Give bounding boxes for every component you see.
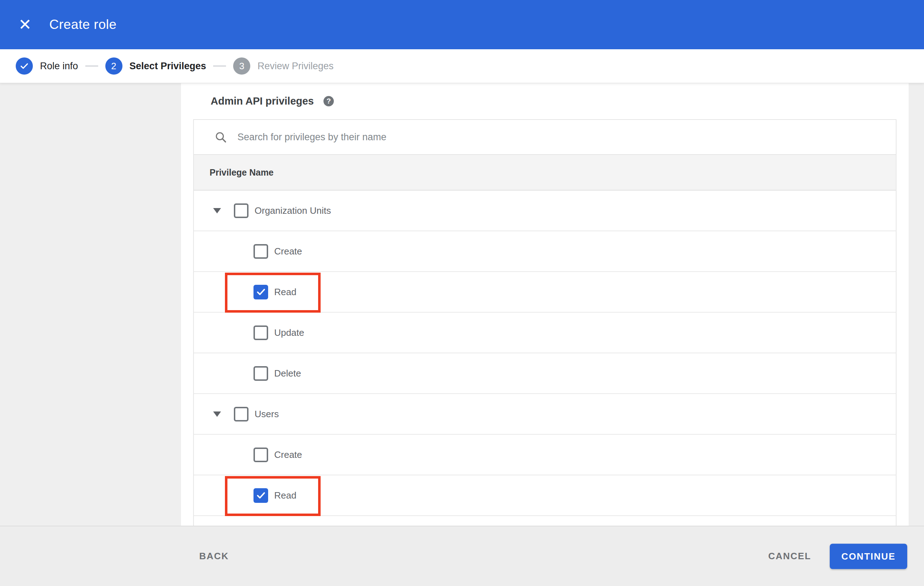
step-label: Select Privileges bbox=[130, 61, 206, 72]
privilege-label: Create bbox=[274, 246, 302, 257]
step-check-icon bbox=[16, 58, 33, 74]
back-button[interactable]: BACK bbox=[199, 527, 229, 586]
privilege-label: Read bbox=[274, 286, 296, 298]
privilege-checkbox[interactable] bbox=[254, 244, 268, 259]
privilege-row: Read bbox=[194, 272, 896, 313]
highlight-box bbox=[225, 476, 321, 516]
table-header-row: Privilege Name bbox=[194, 155, 896, 191]
search-icon bbox=[214, 131, 227, 143]
cancel-button[interactable]: CANCEL bbox=[768, 527, 811, 586]
step-select-privileges[interactable]: 2 Select Privileges bbox=[105, 58, 206, 74]
step-number: 2 bbox=[105, 58, 122, 74]
column-header-privilege-name: Privilege Name bbox=[210, 167, 274, 178]
group-label: Users bbox=[254, 409, 279, 420]
privilege-checkbox[interactable] bbox=[254, 448, 268, 462]
search-row bbox=[194, 120, 896, 155]
group-checkbox[interactable] bbox=[234, 203, 249, 218]
footer-bar: BACK CANCEL CONTINUE bbox=[0, 526, 924, 586]
step-role-info[interactable]: Role info bbox=[16, 58, 78, 74]
privilege-row: Create bbox=[194, 231, 896, 272]
privilege-label: Update bbox=[274, 327, 304, 338]
privilege-checkbox[interactable] bbox=[254, 488, 268, 503]
content-card: Admin API privileges ? Privilege Name bbox=[181, 83, 909, 526]
collapse-arrow-icon[interactable] bbox=[213, 208, 221, 213]
search-input[interactable] bbox=[237, 131, 774, 143]
step-number: 3 bbox=[233, 58, 250, 74]
privilege-group-row: Users bbox=[194, 394, 896, 435]
privilege-checkbox[interactable] bbox=[254, 366, 268, 381]
app-bar: ✕ Create role bbox=[0, 0, 924, 49]
step-connector bbox=[213, 65, 226, 67]
privilege-row: Read bbox=[194, 476, 896, 516]
privilege-row: Create bbox=[194, 435, 896, 476]
close-icon[interactable]: ✕ bbox=[17, 17, 33, 33]
dialog-title: Create role bbox=[49, 17, 117, 32]
privilege-checkbox[interactable] bbox=[254, 326, 268, 340]
section-title: Admin API privileges bbox=[211, 95, 314, 107]
privilege-label: Read bbox=[274, 490, 296, 501]
highlight-box bbox=[225, 273, 321, 313]
privilege-label: Create bbox=[274, 449, 302, 460]
privilege-group-row: Organization Units bbox=[194, 191, 896, 231]
step-connector bbox=[85, 65, 98, 67]
privileges-table: Privilege Name Organization Units Create bbox=[193, 119, 896, 530]
step-review-privileges[interactable]: 3 Review Privileges bbox=[233, 58, 333, 74]
step-label: Role info bbox=[40, 61, 78, 72]
stepper: Role info 2 Select Privileges 3 Review P… bbox=[0, 49, 924, 83]
group-checkbox[interactable] bbox=[234, 407, 249, 421]
continue-button[interactable]: CONTINUE bbox=[830, 543, 907, 569]
step-label: Review Privileges bbox=[257, 61, 333, 72]
privilege-label: Delete bbox=[274, 368, 301, 379]
create-role-dialog: ✕ Create role Role info 2 Select Privile… bbox=[0, 0, 924, 586]
privilege-row: Update bbox=[194, 313, 896, 353]
group-label: Organization Units bbox=[254, 205, 331, 216]
collapse-arrow-icon[interactable] bbox=[213, 412, 221, 417]
privilege-row: Delete bbox=[194, 353, 896, 394]
privilege-checkbox[interactable] bbox=[254, 285, 268, 300]
help-icon[interactable]: ? bbox=[323, 96, 334, 106]
section-heading-row: Admin API privileges ? bbox=[181, 83, 909, 119]
